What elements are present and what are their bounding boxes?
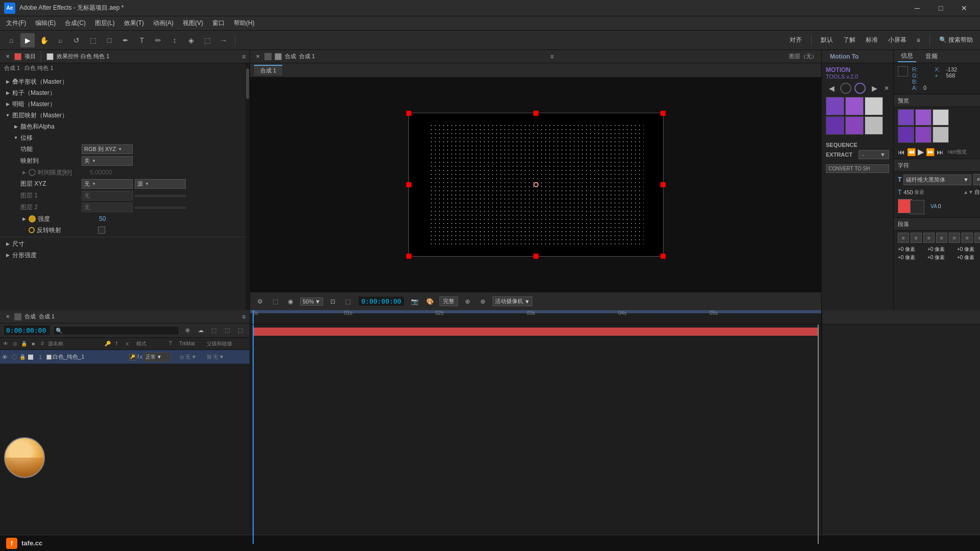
tree-item-geometry[interactable]: ▶ 叠半形状（Master） [0,76,250,87]
playback-next-icon[interactable]: ⏩ [926,148,935,156]
convert-button[interactable]: CONVERT TO SH [826,164,889,173]
tree-item-offset[interactable]: ▼ 位移 [8,132,250,143]
menu-layer[interactable]: 图层(L) [91,17,119,30]
align-justify3-btn[interactable]: ≡ [962,233,973,243]
graph-editor-icon[interactable]: ⬚ [222,325,232,336]
viewer-settings-icon[interactable]: ⚙ [254,296,265,307]
tree-item-fractal-strength[interactable]: ▶ 分形强度 [0,249,250,261]
stamp-tool[interactable]: ↕ [167,33,182,47]
layer-row-1[interactable]: 👁 🔒 1 白色_纯色_1 🔑 f x 正常 ▼ [0,350,250,364]
stroke-color-swatch[interactable] [910,200,924,214]
frame-blend-icon[interactable]: ⬚ [209,325,219,336]
motion-blur-icon[interactable]: ☁ [195,325,206,336]
unified-camera-tool[interactable]: ⬚ [86,33,100,47]
hand-tool[interactable]: ✋ [37,33,51,47]
layer-lock-1[interactable]: 🔒 [19,354,26,360]
layer-xyz-dropdown2[interactable]: 源 ▼ [135,179,186,189]
playhead[interactable] [253,310,254,324]
project-panel-close[interactable]: ✕ [4,53,11,60]
tab-character[interactable]: 字符 [898,162,909,169]
preview-swatch-5[interactable] [915,127,932,143]
preview-swatch-3[interactable] [933,109,949,126]
layer-key-icon[interactable]: 🔑 [129,354,136,361]
handle-bottom-left[interactable] [406,254,411,259]
home-button[interactable]: ⌂ [4,33,18,47]
tracks-playhead[interactable] [253,324,254,544]
strength-toggle[interactable]: ▶ [20,215,28,222]
viewer-safe-icon[interactable]: ⊕ [477,296,488,307]
align-full-btn[interactable]: ≡ [974,233,980,243]
maximize-button[interactable]: □ [929,0,952,16]
preview-swatch-6[interactable] [933,127,949,143]
handle-top-center[interactable] [533,111,538,116]
pen-tool[interactable]: ✒ [118,33,133,47]
tree-item-color-alpha[interactable]: ▶ 颜色和Alpha [8,121,250,132]
layer-color-1[interactable] [28,355,33,360]
preview-swatch-1[interactable] [898,109,914,126]
mt-swatch-6[interactable] [865,116,883,135]
viewer-menu[interactable]: ≡ [550,53,554,60]
menu-animation[interactable]: 动画(A) [149,17,178,30]
handle-bottom-center[interactable] [533,254,538,259]
effects-panel-menu[interactable]: ≡ [242,53,246,60]
rect-tool[interactable]: □ [102,33,116,47]
close-button[interactable]: ✕ [952,0,976,16]
align-justify2-btn[interactable]: ≡ [949,233,960,243]
mt-prev-button[interactable]: ◀ [826,83,837,94]
align-right-btn[interactable]: ≡ [923,233,935,243]
mt-swatch-5[interactable] [845,116,864,135]
timeline-close[interactable]: ✕ [4,313,11,320]
menu-window[interactable]: 窗口 [208,17,229,30]
text-tool[interactable]: T [135,33,149,47]
playback-end-icon[interactable]: ⏭ [937,148,944,156]
standard-workspace[interactable]: 标准 [863,35,881,45]
playback-start-icon[interactable]: ⏮ [898,148,905,156]
handle-top-left[interactable] [406,111,411,116]
layer-x-icon[interactable]: x [140,354,142,360]
invert-map-circle[interactable] [29,227,35,233]
rotate-tool[interactable]: ↺ [69,33,84,47]
handle-mid-right[interactable] [660,182,666,187]
mt-swatch-1[interactable] [826,97,844,115]
current-time-input[interactable]: 0:00:00:00 [4,325,50,335]
eraser-tool[interactable]: ◈ [184,33,198,47]
strength-value[interactable]: 50 [99,215,246,222]
tab-info[interactable]: 信息 [898,51,916,62]
zoom-tool[interactable]: ⌕ [53,33,67,47]
timeline-menu[interactable]: ≡ [242,313,246,320]
mt-swatch-4[interactable] [826,116,844,135]
mask-icon[interactable]: ⬚ [235,325,246,336]
comp-tab[interactable]: 合成 1 [254,65,282,76]
menu-view[interactable]: 视图(V) [179,17,207,30]
viewer-color-icon[interactable]: 🎨 [424,296,435,307]
function-dropdown[interactable]: RGB 到 XYZ ▼ [82,144,133,154]
mt-swatch-2[interactable] [845,97,864,115]
handle-bottom-right[interactable] [660,254,666,259]
small-screen-workspace[interactable]: 小屏幕 [885,35,910,45]
menu-edit[interactable]: 编辑(E) [31,17,60,30]
handle-mid-left[interactable] [406,182,411,187]
menu-effect[interactable]: 效果(T) [120,17,148,30]
extract-dropdown[interactable]: - ▼ [859,150,889,159]
viewer-eye-icon[interactable]: ◉ [285,296,296,307]
camera-select[interactable]: 活动摄像机 ▼ [493,296,532,306]
align-left-btn[interactable]: ≡ [898,233,909,243]
font-size-value[interactable]: 450 [903,189,913,195]
font-name-dropdown[interactable]: 碳纤维大黑简体 ▼ [903,174,971,185]
viewer-region-btn[interactable]: ⊕ [462,296,473,307]
timecode-display[interactable]: 0:00:00:00 [358,296,405,307]
left-panel-scrollbar[interactable] [246,63,250,310]
mt-x-button[interactable]: ✕ [884,85,889,92]
select-tool[interactable]: ▶ [20,33,35,47]
learn-workspace[interactable]: 了解 [840,35,859,45]
font-edit-icon[interactable]: ✏ [973,174,980,185]
work-area-indicator[interactable] [250,310,821,313]
default-workspace[interactable]: 默认 [818,35,836,45]
tree-item-size[interactable]: ▶ 尺寸 [0,238,250,249]
map-to-dropdown[interactable]: 关 ▼ [82,156,133,166]
strength-circle-control[interactable] [29,215,36,222]
tree-item-particles[interactable]: ▶ 粒子（Master） [0,87,250,98]
invert-map-checkbox[interactable] [98,227,105,234]
layer-solo-1[interactable] [12,355,17,360]
playback-play-icon[interactable]: ▶ [918,147,924,157]
